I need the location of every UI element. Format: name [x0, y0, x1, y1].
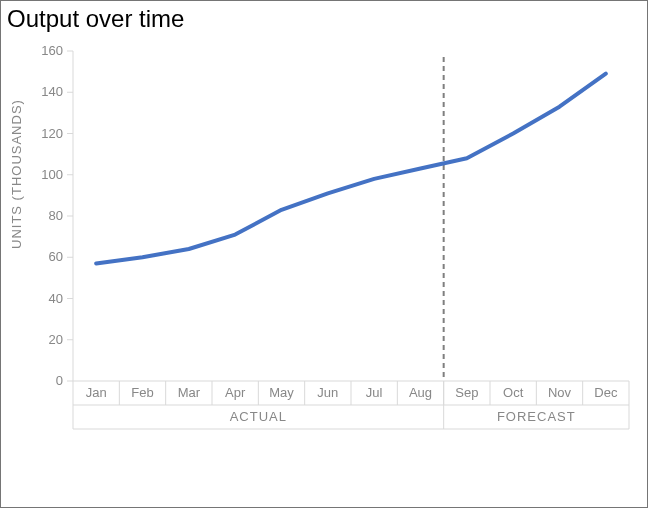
y-tick-label: 120 — [27, 126, 63, 141]
x-tick-label: Dec — [586, 385, 626, 400]
x-group-label: ACTUAL — [73, 409, 444, 424]
x-tick-label: Jan — [76, 385, 116, 400]
chart-frame: Output over time UNITS (THOUSANDS) 02040… — [0, 0, 648, 508]
y-axis-label: UNITS (THOUSANDS) — [9, 99, 24, 249]
x-tick-label: Mar — [169, 385, 209, 400]
y-tick-label: 140 — [27, 84, 63, 99]
x-tick-label: Nov — [540, 385, 580, 400]
y-tick-label: 0 — [27, 373, 63, 388]
y-tick-label: 40 — [27, 291, 63, 306]
y-tick-label: 100 — [27, 167, 63, 182]
x-tick-label: May — [262, 385, 302, 400]
y-tick-label: 60 — [27, 249, 63, 264]
x-tick-label: Aug — [401, 385, 441, 400]
plot-area: 020406080100120140160JanFebMarAprMayJunJ… — [73, 51, 629, 429]
x-tick-label: Jul — [354, 385, 394, 400]
chart-title: Output over time — [7, 5, 184, 33]
x-tick-label: Jun — [308, 385, 348, 400]
x-tick-label: Sep — [447, 385, 487, 400]
x-tick-label: Oct — [493, 385, 533, 400]
y-tick-label: 160 — [27, 43, 63, 58]
y-tick-label: 80 — [27, 208, 63, 223]
x-group-label: FORECAST — [444, 409, 629, 424]
chart-svg — [73, 51, 629, 429]
x-tick-label: Feb — [123, 385, 163, 400]
x-tick-label: Apr — [215, 385, 255, 400]
y-tick-label: 20 — [27, 332, 63, 347]
